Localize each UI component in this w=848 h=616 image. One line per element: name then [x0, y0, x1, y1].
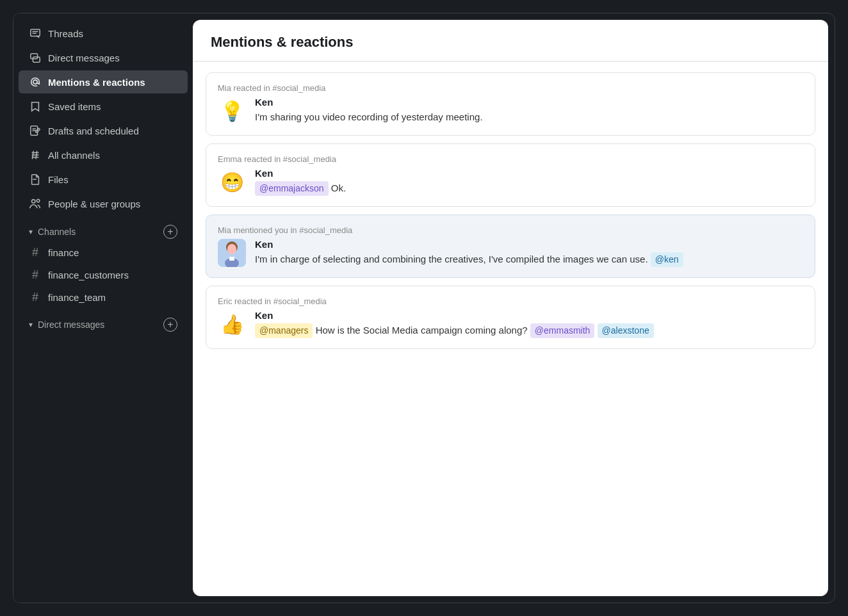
message-body-1: 💡 Ken I'm sharing you video recording of… [218, 97, 803, 125]
dm-section-header[interactable]: ▾ Direct messages + [19, 311, 188, 334]
message-meta-1: Mia reacted in #social_media [218, 83, 803, 93]
channel-name: finance [48, 247, 79, 258]
sidebar-item-label: Files [48, 174, 69, 185]
sidebar-item-label: All channels [48, 150, 100, 161]
svg-point-16 [37, 199, 40, 202]
message-text-area-1: Ken I'm sharing you video recording of y… [255, 97, 803, 125]
sidebar: Threads Direct messages Mentions & react… [13, 13, 193, 603]
message-text-area-3: Ken I'm in charge of selecting and combi… [255, 239, 803, 267]
add-channel-button[interactable]: + [163, 225, 177, 239]
sidebar-item-threads[interactable]: Threads [19, 22, 188, 45]
dm-section-label: Direct messages [38, 320, 104, 330]
message-card-3[interactable]: Mia mentioned you in #social_media [206, 215, 815, 278]
people-icon [29, 197, 42, 210]
message-text-area-2: Ken @emmajackson Ok. [255, 168, 803, 196]
channels-section-label: Channels [38, 227, 76, 237]
message-sender-3: Ken [255, 239, 803, 250]
main-content: Mentions & reactions Mia reacted in #soc… [193, 20, 828, 596]
hash-icon: # [29, 268, 42, 282]
at-icon [29, 76, 42, 88]
app-container: Threads Direct messages Mentions & react… [13, 13, 835, 603]
channel-item-finance[interactable]: # finance [19, 242, 188, 263]
message-meta-3: Mia mentioned you in #social_media [218, 225, 803, 235]
message-sender-1: Ken [255, 97, 803, 108]
chevron-down-icon: ▾ [29, 227, 33, 236]
message-text-2: @emmajackson Ok. [255, 181, 803, 196]
files-icon [29, 173, 42, 186]
message-text-before-3: I'm in charge of selecting and combining… [255, 254, 651, 264]
sidebar-item-saved[interactable]: Saved items [19, 95, 188, 118]
mention-managers: @managers [255, 323, 313, 338]
sidebar-item-people[interactable]: People & user groups [19, 192, 188, 215]
sidebar-item-mentions[interactable]: Mentions & reactions [19, 70, 188, 93]
avatar-4: 👍 [218, 310, 246, 338]
message-body-2: 😁 Ken @emmajackson Ok. [218, 168, 803, 196]
channels-section-header[interactable]: ▾ Channels + [19, 218, 188, 241]
channels-section-label-group: ▾ Channels [29, 227, 76, 237]
message-text-content-4: How is the Social Media campaign coming … [316, 325, 530, 336]
message-text-4: @managers How is the Social Media campai… [255, 323, 803, 338]
add-dm-button[interactable]: + [163, 318, 177, 332]
sidebar-item-label: Threads [48, 28, 83, 39]
svg-line-12 [33, 151, 34, 159]
message-text-1: I'm sharing you video recording of yeste… [255, 110, 803, 125]
dm-section-label-group: ▾ Direct messages [29, 320, 104, 330]
page-header: Mentions & reactions [193, 20, 828, 61]
sidebar-item-files[interactable]: Files [19, 168, 188, 191]
hash-icon: # [29, 291, 42, 304]
hash-icon: # [29, 246, 42, 259]
page-title: Mentions & reactions [211, 34, 810, 51]
mention-emmajackson: @emmajackson [255, 181, 329, 196]
dm-icon [29, 51, 42, 64]
message-card-1[interactable]: Mia reacted in #social_media 💡 Ken I'm s… [206, 72, 815, 136]
message-card-4[interactable]: Eric reacted in #social_media 👍 Ken @man… [206, 286, 815, 349]
avatar-3 [218, 239, 246, 267]
avatar-1: 💡 [218, 97, 246, 125]
all-channels-icon [29, 149, 42, 161]
svg-line-13 [36, 151, 37, 159]
sidebar-item-label: Direct messages [48, 53, 120, 63]
sidebar-item-drafts[interactable]: Drafts and scheduled [19, 119, 188, 142]
avatar-2: 😁 [218, 168, 246, 196]
drafts-icon [29, 124, 42, 137]
svg-point-19 [227, 244, 236, 254]
message-text-content-2: Ok. [331, 182, 346, 193]
message-sender-4: Ken [255, 310, 803, 321]
chevron-down-icon: ▾ [29, 320, 33, 329]
sidebar-item-label: Saved items [48, 101, 101, 112]
svg-rect-4 [33, 57, 40, 62]
sidebar-item-label: Mentions & reactions [48, 77, 145, 88]
sidebar-item-dm[interactable]: Direct messages [19, 46, 188, 69]
mention-ken: @ken [651, 252, 683, 267]
mention-alexstone: @alexstone [598, 323, 654, 338]
channel-item-finance-customers[interactable]: # finance_customers [19, 264, 188, 286]
message-meta-4: Eric reacted in #social_media [218, 296, 803, 306]
message-body-4: 👍 Ken @managers How is the Social Media … [218, 310, 803, 338]
sidebar-item-all-channels[interactable]: All channels [19, 143, 188, 166]
svg-rect-21 [229, 257, 234, 261]
svg-point-15 [32, 200, 35, 203]
message-sender-2: Ken [255, 168, 803, 179]
svg-rect-3 [31, 54, 38, 59]
threads-icon [29, 27, 42, 40]
mention-emmasmith: @emmasmith [530, 323, 595, 338]
message-text-3: I'm in charge of selecting and combining… [255, 252, 803, 267]
message-text-area-4: Ken @managers How is the Social Media ca… [255, 310, 803, 338]
channel-name: finance_customers [48, 270, 129, 280]
bookmark-icon [29, 100, 42, 113]
sidebar-item-label: Drafts and scheduled [48, 126, 139, 136]
sidebar-item-label: People & user groups [48, 199, 140, 209]
channel-item-finance-team[interactable]: # finance_team [19, 287, 188, 308]
messages-list: Mia reacted in #social_media 💡 Ken I'm s… [193, 62, 828, 596]
svg-rect-0 [31, 29, 40, 36]
svg-point-5 [33, 80, 37, 84]
channel-name: finance_team [48, 292, 106, 303]
message-body-3: Ken I'm in charge of selecting and combi… [218, 239, 803, 267]
message-card-2[interactable]: Emma reacted in #social_media 😁 Ken @emm… [206, 143, 815, 207]
message-meta-2: Emma reacted in #social_media [218, 154, 803, 164]
